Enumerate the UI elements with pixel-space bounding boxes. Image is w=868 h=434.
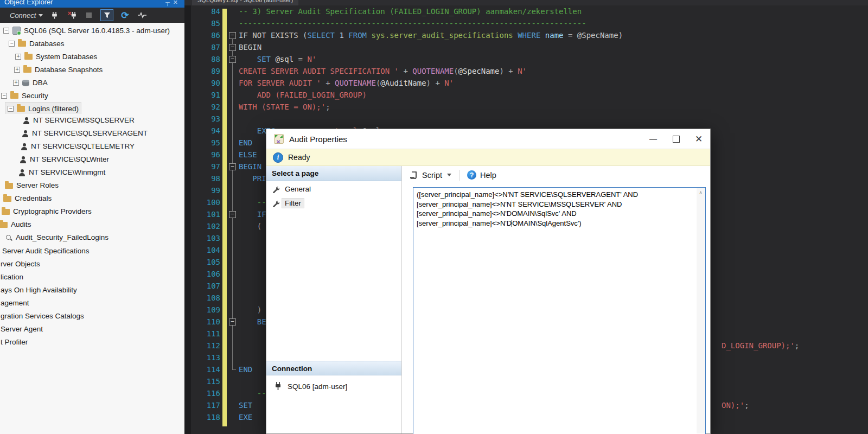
- code-line[interactable]: BEGIN: [239, 161, 261, 173]
- line-number: 98: [190, 173, 220, 184]
- code-line-fragment[interactable]: D_LOGIN_GROUP);';: [722, 340, 799, 352]
- tree-item-label: Database Snapshots: [35, 63, 103, 75]
- tree-item-label: t Profiler: [1, 336, 28, 348]
- collapse-box-icon[interactable]: −: [1, 93, 7, 99]
- code-line[interactable]: CREATE SERVER AUDIT SPECIFICATION ' + QU…: [239, 65, 527, 77]
- connect-button[interactable]: Connect: [10, 11, 43, 20]
- tree-item[interactable]: Audits: [0, 218, 184, 231]
- code-fold-collapse-icon[interactable]: −: [229, 163, 236, 170]
- object-explorer-tree: −SQL06 (SQL Server 16.0.4185.3 - adm-use…: [0, 23, 184, 348]
- toolbar-separator: [459, 170, 459, 181]
- tree-item[interactable]: +DBA: [0, 75, 184, 88]
- code-line[interactable]: ELSE: [239, 149, 257, 161]
- tree-item[interactable]: ays On High Availability: [0, 283, 184, 296]
- collapse-box-icon[interactable]: −: [9, 41, 15, 47]
- code-line[interactable]: END: [239, 363, 252, 375]
- tree-item[interactable]: Server Audit Specifications: [0, 244, 184, 257]
- code-line[interactable]: ----------------------------------------…: [239, 17, 586, 29]
- tree-item[interactable]: gration Services Catalogs: [0, 309, 184, 322]
- code-line[interactable]: --: [239, 387, 266, 399]
- code-fold-collapse-icon[interactable]: −: [229, 44, 236, 51]
- page-item-filter[interactable]: Filter: [266, 197, 401, 209]
- tree-item-label: SQL06 (SQL Server 16.0.4185.3 - adm-user…: [24, 24, 170, 36]
- code-fold-collapse-icon[interactable]: −: [229, 56, 236, 63]
- page-item-general[interactable]: General: [266, 183, 401, 195]
- tree-item[interactable]: Cryptographic Providers: [0, 205, 184, 218]
- code-line[interactable]: (: [239, 220, 261, 232]
- tree-item[interactable]: lication: [0, 270, 184, 283]
- tree-item[interactable]: −SQL06 (SQL Server 16.0.4185.3 - adm-use…: [0, 23, 184, 36]
- script-button[interactable]: Script: [406, 169, 455, 181]
- tree-item-label: Server Roles: [16, 179, 59, 192]
- code-line[interactable]: --: [239, 196, 266, 208]
- status-text: Ready: [288, 153, 310, 162]
- expand-box-icon[interactable]: +: [15, 54, 21, 60]
- code-line[interactable]: PRI: [239, 173, 266, 184]
- tree-item[interactable]: Server Roles: [0, 179, 184, 192]
- line-number: 105: [190, 256, 220, 268]
- text-caret: [512, 220, 512, 227]
- tree-item-label: NT SERVICE\MSSQLSERVER: [33, 114, 135, 127]
- code-fold-collapse-icon[interactable]: −: [229, 211, 236, 218]
- tree-item[interactable]: agement: [0, 296, 184, 309]
- tree-item[interactable]: NT SERVICE\SQLTELEMETRY: [0, 140, 184, 153]
- code-line[interactable]: BEGIN: [239, 41, 261, 53]
- tree-item[interactable]: +Database Snapshots: [0, 62, 184, 75]
- connect-plug-button[interactable]: [48, 10, 60, 21]
- help-button[interactable]: ? Help: [464, 169, 500, 181]
- tree-item[interactable]: −Security: [0, 88, 184, 101]
- close-button[interactable]: ✕: [687, 129, 710, 149]
- minimize-button[interactable]: —: [642, 129, 665, 149]
- code-line[interactable]: FOR SERVER AUDIT ' + QUOTENAME(@AuditNam…: [239, 77, 454, 89]
- chevron-down-icon: [447, 174, 451, 176]
- code-line[interactable]: ): [239, 304, 261, 316]
- filter-button-active[interactable]: [100, 9, 113, 21]
- code-line[interactable]: IF: [239, 208, 266, 220]
- maximize-button[interactable]: [665, 129, 687, 149]
- tree-item[interactable]: NT SERVICE\MSSQLSERVER: [0, 114, 184, 127]
- tree-item[interactable]: Credentials: [0, 192, 184, 205]
- tree-item[interactable]: +System Databases: [0, 49, 184, 62]
- dialog-title: Audit Properties: [289, 135, 347, 144]
- collapse-box-icon[interactable]: −: [3, 28, 9, 34]
- expand-box-icon[interactable]: +: [14, 67, 20, 73]
- tree-item[interactable]: rver Objects: [0, 257, 184, 270]
- line-number: 108: [190, 292, 220, 304]
- tree-item[interactable]: Server Agent: [0, 322, 184, 335]
- code-line[interactable]: IF NOT EXISTS (SELECT 1 FROM sys.server_…: [239, 29, 623, 41]
- expand-box-icon[interactable]: +: [13, 80, 19, 86]
- close-icon[interactable]: ✕: [173, 0, 181, 5]
- code-line[interactable]: SET @sql = N': [239, 53, 316, 65]
- audit-icon: [5, 234, 12, 241]
- code-fold-collapse-icon[interactable]: −: [229, 32, 236, 39]
- code-line[interactable]: SET: [239, 399, 252, 411]
- tree-item[interactable]: −Databases: [0, 36, 184, 49]
- line-number: 106: [190, 268, 220, 280]
- tree-item[interactable]: NT SERVICE\SQLSERVERAGENT: [0, 127, 184, 140]
- filter-predicate-textbox[interactable]: ([server_principal_name]<>N'NT SERVICE\S…: [413, 187, 706, 434]
- collapse-box-icon[interactable]: −: [8, 106, 14, 112]
- dialog-titlebar[interactable]: ✕ Audit Properties — ✕: [266, 129, 710, 149]
- disconnect-button[interactable]: [66, 10, 78, 21]
- code-line[interactable]: WITH (STATE = ON);';: [239, 101, 330, 113]
- tree-item[interactable]: −Logins (filtered): [0, 101, 184, 114]
- scroll-up-arrow[interactable]: ∧: [697, 189, 705, 197]
- refresh-button[interactable]: ⟳: [119, 10, 131, 21]
- tree-item[interactable]: NT SERVICE\SQLWriter: [0, 153, 184, 166]
- code-line[interactable]: EXE: [239, 411, 252, 423]
- code-line-fragment[interactable]: ON);';: [722, 399, 749, 411]
- code-line[interactable]: ADD (FAILED_LOGIN_GROUP): [239, 89, 367, 101]
- pin-icon[interactable]: ┬: [165, 0, 173, 5]
- textbox-scrollbar[interactable]: ∧: [697, 188, 705, 433]
- activity-monitor-button[interactable]: [136, 10, 148, 21]
- code-line[interactable]: END: [239, 137, 252, 149]
- line-number: 99: [190, 184, 220, 196]
- code-line[interactable]: -- 3) Server Audit Specification (FAILED…: [239, 5, 582, 17]
- code-fold-collapse-icon[interactable]: −: [229, 318, 236, 326]
- folder-icon: [0, 222, 8, 228]
- tree-item[interactable]: t Profiler: [0, 335, 184, 348]
- object-explorer-titlebar[interactable]: Object Explorer ┬✕: [0, 0, 184, 8]
- tree-item[interactable]: Audit_Security_FailedLogins: [0, 231, 184, 244]
- editor-tab[interactable]: SQLQuery1.sql - SQL06 (adm-user): [192, 0, 298, 5]
- tree-item[interactable]: NT SERVICE\Winmgmt: [0, 166, 184, 179]
